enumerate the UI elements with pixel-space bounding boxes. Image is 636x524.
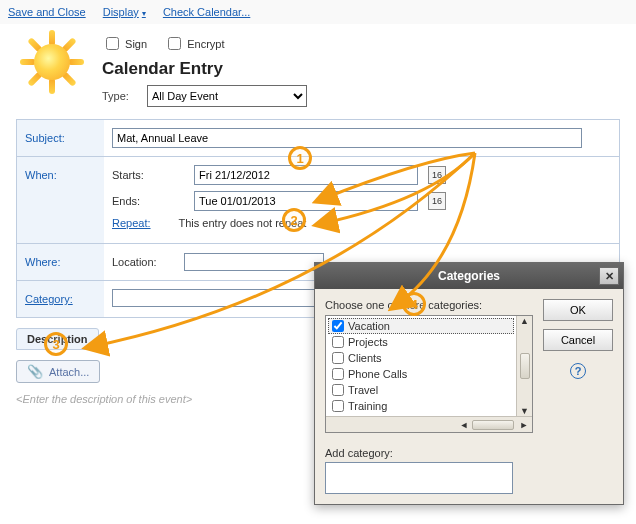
location-input[interactable] <box>184 253 324 271</box>
category-label: Vacation <box>348 320 390 332</box>
repeat-text: This entry does not repeat <box>179 217 307 229</box>
category-checkbox[interactable] <box>332 320 344 332</box>
location-label: Location: <box>112 256 184 268</box>
where-label: Where: <box>16 244 104 280</box>
chevron-down-icon[interactable]: ▼ <box>520 406 529 409</box>
categories-listbox[interactable]: VacationProjectsClientsPhone CallsTravel… <box>325 315 533 409</box>
category-checkbox[interactable] <box>332 384 344 396</box>
when-label: When: <box>16 157 104 243</box>
category-label: Travel <box>348 384 378 396</box>
dialog-title: Categories <box>438 269 500 283</box>
starts-input[interactable] <box>194 165 418 185</box>
check-calendar-link[interactable]: Check Calendar... <box>163 6 250 18</box>
list-item[interactable]: Vacation <box>328 318 514 334</box>
sign-checkbox-label[interactable]: Sign <box>102 38 150 50</box>
category-input[interactable] <box>112 289 322 307</box>
encrypt-checkbox-label[interactable]: Encrypt <box>164 38 224 50</box>
encrypt-checkbox[interactable] <box>168 37 181 50</box>
scroll-thumb[interactable] <box>520 353 530 379</box>
categories-dialog: Categories ✕ Choose one or more categori… <box>314 262 624 409</box>
save-and-close-link[interactable]: Save and Close <box>8 6 86 18</box>
type-label: Type: <box>102 90 129 102</box>
category-label: Clients <box>348 352 382 364</box>
cancel-button[interactable]: Cancel <box>543 329 613 351</box>
close-icon[interactable]: ✕ <box>599 267 619 285</box>
dialog-prompt: Choose one or more categories: <box>325 299 533 311</box>
category-link[interactable]: Category: <box>25 293 73 305</box>
header: Sign Encrypt Calendar Entry Type: All Da… <box>0 24 636 107</box>
sign-text: Sign <box>125 38 147 50</box>
category-checkbox[interactable] <box>332 400 344 409</box>
subject-label: Subject: <box>16 120 104 156</box>
chevron-up-icon[interactable]: ▲ <box>520 316 529 326</box>
category-label: Phone Calls <box>348 368 407 380</box>
list-item[interactable]: Training <box>328 398 514 409</box>
attach-button[interactable]: 📎 Attach... <box>16 360 100 383</box>
repeat-link[interactable]: Repeat: <box>112 217 151 229</box>
type-select[interactable]: All Day Event <box>147 85 307 107</box>
ends-input[interactable] <box>194 191 418 211</box>
sun-icon <box>20 30 84 94</box>
list-item[interactable]: Projects <box>328 334 514 350</box>
subject-input[interactable] <box>112 128 582 148</box>
dialog-titlebar: Categories ✕ <box>315 263 623 289</box>
list-item[interactable]: Clients <box>328 350 514 366</box>
list-item[interactable]: Phone Calls <box>328 366 514 382</box>
sign-checkbox[interactable] <box>106 37 119 50</box>
calendar-icon[interactable]: 16 <box>428 192 446 210</box>
category-label: Projects <box>348 336 388 348</box>
display-menu[interactable]: Display <box>103 6 146 18</box>
ends-label: Ends: <box>112 195 184 207</box>
starts-label: Starts: <box>112 169 184 181</box>
scrollbar-vertical[interactable]: ▲ ▼ <box>516 316 532 409</box>
attach-label: Attach... <box>49 366 89 378</box>
category-checkbox[interactable] <box>332 368 344 380</box>
tab-description[interactable]: Description <box>16 328 99 350</box>
category-label: Training <box>348 400 387 409</box>
toolbar: Save and Close Display Check Calendar... <box>0 0 636 24</box>
help-icon[interactable]: ? <box>570 363 586 379</box>
encrypt-text: Encrypt <box>187 38 224 50</box>
paperclip-icon: 📎 <box>27 364 43 379</box>
category-checkbox[interactable] <box>332 336 344 348</box>
list-item[interactable]: Travel <box>328 382 514 398</box>
calendar-icon[interactable]: 16 <box>428 166 446 184</box>
category-checkbox[interactable] <box>332 352 344 364</box>
ok-button[interactable]: OK <box>543 299 613 321</box>
page-title: Calendar Entry <box>102 59 624 79</box>
